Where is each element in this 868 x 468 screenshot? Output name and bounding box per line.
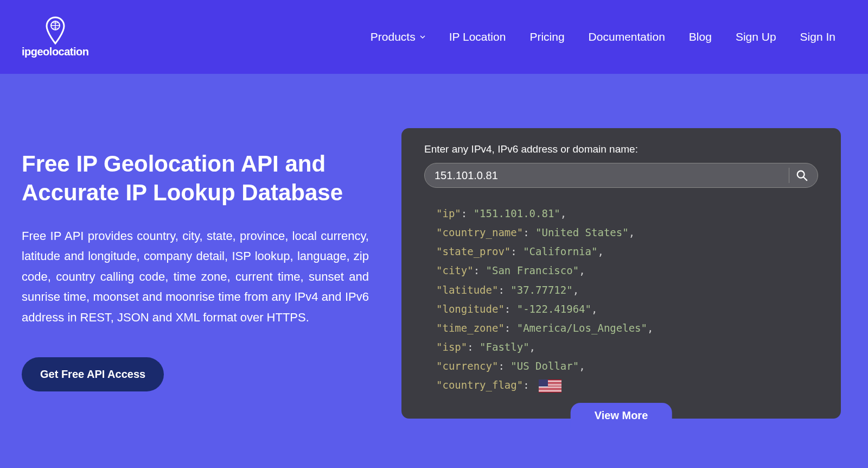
chevron-down-icon [420, 34, 425, 40]
json-row-country-name: "country_name": "United States", [436, 223, 818, 242]
nav-ip-location[interactable]: IP Location [449, 30, 506, 43]
ip-search-wrap [424, 163, 818, 188]
nav-products[interactable]: Products [371, 30, 425, 43]
svg-line-4 [803, 177, 807, 180]
json-row-latitude: "latitude": "37.77712", [436, 281, 818, 300]
nav-documentation[interactable]: Documentation [589, 30, 665, 43]
map-pin-icon [44, 16, 66, 45]
get-free-api-access-button[interactable]: Get Free API Access [22, 357, 164, 391]
hero-description: Free IP API provides country, city, stat… [22, 226, 369, 327]
us-flag-icon [539, 380, 561, 393]
hero-right: Enter any IPv4, IPv6 address or domain n… [401, 128, 841, 419]
ip-input-label: Enter any IPv4, IPv6 address or domain n… [424, 143, 818, 155]
nav-products-label: Products [371, 30, 416, 43]
header: ipgeolocation Products IP Location Prici… [0, 0, 868, 74]
json-row-city: "city": "San Francisco", [436, 261, 818, 280]
hero-left: Free IP Geolocation API and Accurate IP … [22, 128, 369, 419]
ip-search-input[interactable] [435, 169, 784, 182]
hero-headline: Free IP Geolocation API and Accurate IP … [22, 150, 369, 207]
nav-sign-in[interactable]: Sign In [800, 30, 835, 43]
ip-lookup-panel: Enter any IPv4, IPv6 address or domain n… [401, 128, 841, 419]
search-divider [789, 168, 789, 183]
view-more-button[interactable]: View More [571, 403, 672, 428]
json-row-time-zone: "time_zone": "America/Los_Angeles", [436, 319, 818, 338]
hero-section: Free IP Geolocation API and Accurate IP … [0, 74, 868, 440]
brand-logo[interactable]: ipgeolocation [22, 16, 89, 58]
json-row-country-flag: "country_flag": [436, 376, 818, 395]
search-icon[interactable] [796, 169, 808, 181]
nav-pricing[interactable]: Pricing [529, 30, 564, 43]
json-result: "ip": "151.101.0.81", "country_name": "U… [424, 204, 818, 395]
main-nav: Products IP Location Pricing Documentati… [371, 30, 835, 43]
brand-name: ipgeolocation [22, 46, 89, 58]
json-row-ip: "ip": "151.101.0.81", [436, 204, 818, 223]
json-row-isp: "isp": "Fastly", [436, 338, 818, 357]
json-row-longitude: "longitude": "-122.41964", [436, 300, 818, 319]
nav-sign-up[interactable]: Sign Up [736, 30, 776, 43]
nav-blog[interactable]: Blog [689, 30, 712, 43]
json-row-currency: "currency": "US Dollar", [436, 357, 818, 376]
json-row-state-prov: "state_prov": "California", [436, 242, 818, 261]
